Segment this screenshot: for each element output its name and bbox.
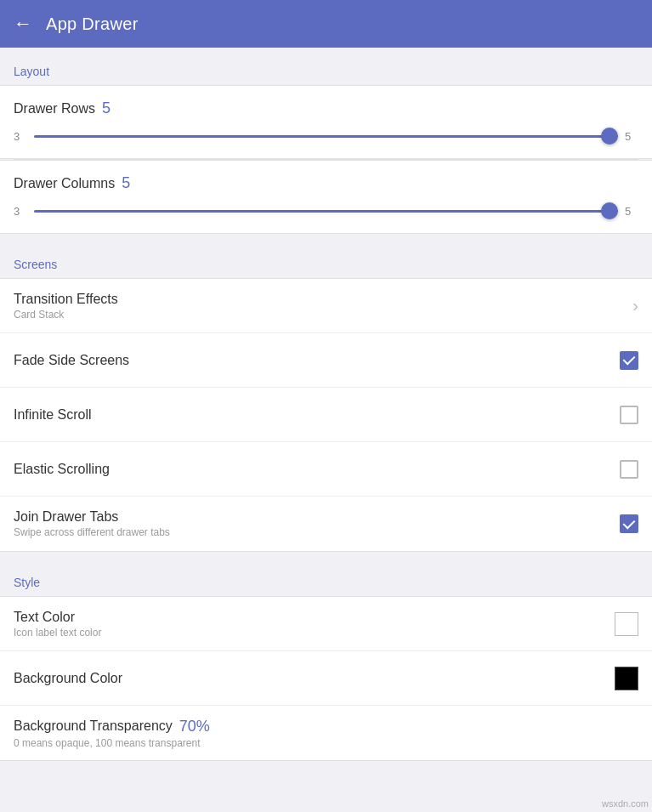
background-color-content: Background Color — [14, 671, 615, 686]
drawer-rows-label: Drawer Rows — [14, 101, 95, 116]
screens-style-divider — [0, 552, 652, 559]
join-drawer-tabs-content: Join Drawer Tabs Swipe across different … — [14, 509, 620, 538]
chevron-right-icon: › — [632, 296, 638, 315]
watermark: wsxdn.com — [602, 798, 649, 809]
elastic-scrolling-right[interactable] — [620, 460, 638, 479]
background-color-right[interactable] — [615, 667, 638, 690]
style-section: Text Color Icon label text color Backgro… — [0, 596, 652, 761]
drawer-rows-min: 3 — [14, 130, 27, 143]
fade-side-screens-right[interactable] — [620, 351, 638, 370]
elastic-scrolling-title: Elastic Scrolling — [14, 462, 620, 477]
infinite-scroll-content: Infinite Scroll — [14, 407, 620, 423]
drawer-columns-row: Drawer Columns 5 3 5 — [0, 160, 652, 234]
drawer-rows-row: Drawer Rows 5 3 5 — [0, 85, 652, 159]
style-section-label: Style — [0, 559, 652, 596]
list-item[interactable]: Join Drawer Tabs Swipe across different … — [0, 497, 652, 551]
drawer-rows-max: 5 — [625, 130, 638, 143]
list-item[interactable]: Text Color Icon label text color — [0, 597, 652, 651]
transition-effects-subtitle: Card Stack — [14, 309, 632, 321]
screens-section-label: Screens — [0, 241, 652, 278]
list-item[interactable]: Elastic Scrolling — [0, 442, 652, 497]
list-item[interactable]: Infinite Scroll — [0, 388, 652, 442]
header-title: App Drawer — [46, 14, 139, 34]
drawer-rows-value: 5 — [102, 99, 111, 117]
elastic-scrolling-content: Elastic Scrolling — [14, 462, 620, 477]
layout-section-label: Layout — [0, 48, 652, 85]
join-drawer-tabs-subtitle: Swipe across different drawer tabs — [14, 526, 620, 538]
text-color-content: Text Color Icon label text color — [14, 610, 615, 639]
drawer-rows-slider-wrapper — [34, 128, 618, 145]
drawer-columns-label: Drawer Columns — [14, 176, 115, 191]
app-header: ← App Drawer — [0, 0, 652, 48]
background-transparency-subtitle: 0 means opaque, 100 means transparent — [14, 737, 638, 749]
background-transparency-title: Background Transparency — [14, 718, 173, 734]
transition-effects-title: Transition Effects — [14, 292, 632, 307]
screens-section: Transition Effects Card Stack › Fade Sid… — [0, 278, 652, 552]
drawer-columns-slider[interactable] — [34, 210, 618, 213]
fade-side-screens-title: Fade Side Screens — [14, 353, 620, 368]
infinite-scroll-checkbox[interactable] — [620, 406, 638, 424]
join-drawer-tabs-right[interactable] — [620, 514, 638, 533]
text-color-right[interactable] — [615, 612, 638, 636]
infinite-scroll-title: Infinite Scroll — [14, 407, 620, 423]
text-color-subtitle: Icon label text color — [14, 627, 615, 639]
drawer-columns-slider-wrapper — [34, 202, 618, 219]
text-color-title: Text Color — [14, 610, 615, 625]
background-transparency-value: 70% — [179, 718, 210, 735]
infinite-scroll-right[interactable] — [620, 406, 638, 424]
layout-screens-divider — [0, 234, 652, 241]
drawer-columns-max: 5 — [625, 205, 638, 218]
elastic-scrolling-checkbox[interactable] — [620, 460, 638, 479]
list-item: Background Transparency 70% 0 means opaq… — [0, 706, 652, 760]
drawer-columns-min: 3 — [14, 205, 27, 218]
drawer-columns-value: 5 — [122, 174, 130, 192]
background-color-title: Background Color — [14, 671, 615, 686]
drawer-rows-slider[interactable] — [34, 135, 618, 138]
transition-effects-content: Transition Effects Card Stack — [14, 292, 632, 321]
list-item[interactable]: Fade Side Screens — [0, 333, 652, 388]
background-transparency-content: Background Transparency 70% 0 means opaq… — [14, 718, 638, 749]
list-item[interactable]: Background Color — [0, 651, 652, 706]
list-item[interactable]: Transition Effects Card Stack › — [0, 279, 652, 333]
text-color-swatch[interactable] — [615, 612, 638, 636]
transition-effects-right: › — [632, 296, 638, 315]
join-drawer-tabs-checkbox[interactable] — [620, 514, 638, 533]
join-drawer-tabs-title: Join Drawer Tabs — [14, 509, 620, 525]
fade-side-screens-checkbox[interactable] — [620, 351, 638, 370]
fade-side-screens-content: Fade Side Screens — [14, 353, 620, 368]
back-icon[interactable]: ← — [14, 13, 32, 35]
background-color-swatch[interactable] — [615, 667, 638, 690]
